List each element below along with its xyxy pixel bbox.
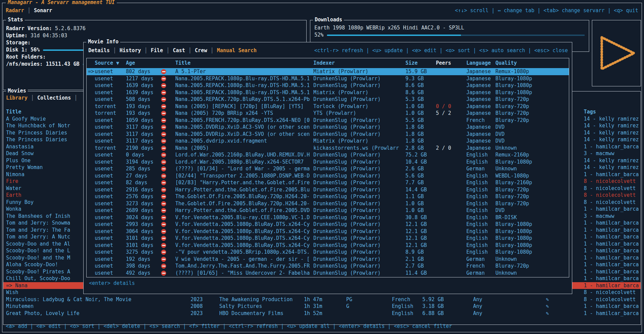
- tab-sonarr[interactable]: Sonarr: [34, 7, 52, 14]
- search-result-row[interactable]: torrent 193 days Nana (2005) 720p BRRip …: [87, 110, 569, 117]
- result-source: usenet: [95, 89, 126, 96]
- result-age: 0 days: [126, 151, 156, 159]
- movie-tags: 14 - kelly ramirez: [584, 129, 641, 137]
- column-header-language[interactable]: Language: [466, 58, 495, 68]
- column-header-title[interactable]: Title: [175, 58, 313, 68]
- column-header-source[interactable]: Source ▼: [95, 58, 126, 68]
- movie-row[interactable]: Minutemen 2008 Salty Pictures 1h 31m G E…: [3, 303, 641, 310]
- search-result-row[interactable]: usenet 492 days (????) [01/65] - "Miss U…: [87, 270, 569, 277]
- movie-studio: Salty Pictures: [219, 303, 304, 310]
- movie-quality-profile: Any: [473, 296, 546, 303]
- rejected-icon: [161, 180, 166, 185]
- search-result-row[interactable]: torrent 2190 days Nana (2005) kickasstor…: [87, 145, 569, 152]
- tab-crew[interactable]: Crew: [195, 47, 207, 54]
- tab-collections[interactable]: Collections: [37, 95, 71, 101]
- tag-icon: ✎: [546, 296, 584, 303]
- selection-marker: =>: [6, 283, 15, 289]
- search-result-row[interactable]: usenet 2916 days Harry.Potter.and.the.Go…: [87, 186, 569, 193]
- column-header-age[interactable]: Age: [126, 58, 156, 68]
- search-result-row[interactable]: usenet 3064 days V.for.Vendetta.2005.108…: [87, 228, 569, 235]
- search-result-row[interactable]: usenet 1059 days Nana.2005.FRENCH.720p.B…: [87, 117, 569, 124]
- search-result-row[interactable]: usenet 3273 days The.Goblet.Of.Fire.2005…: [87, 200, 569, 207]
- result-indexer: DrunkenSlug (Prowlarr): [313, 165, 405, 172]
- search-result-row[interactable]: usenet 82 days [02/83] "Harry.Potter.and…: [87, 179, 569, 186]
- search-result-row[interactable]: => usenet 802 days A 5.1-PTer Miatrix (P…: [87, 68, 569, 75]
- movie-row[interactable]: Miraculous: Ladybug & Cat Noir, The Movi…: [3, 296, 641, 303]
- search-result-row[interactable]: usenet 2993 days V.for.Vendetta.2005.108…: [87, 221, 569, 228]
- result-title: V.for.Vendetta.2005.1080p.BluRay.DTS.x26…: [175, 221, 313, 228]
- search-result-row[interactable]: usenet 398 days Tom.And.Jerry.The.Fast.A…: [87, 263, 569, 270]
- movie-tags: 3 - macmww: [584, 213, 641, 220]
- result-source: usenet: [95, 82, 126, 89]
- search-result-row[interactable]: usenet 192 days V wie Vendetta - 2005 - …: [87, 256, 569, 263]
- result-size: 8.6 GB: [405, 82, 436, 89]
- download-item[interactable]: Earth 1998 1080p WEBRip x265 Hindi AAC2.…: [314, 24, 585, 32]
- result-title: Nana (2005) [REPACK] [720p] [BluRay] [YT…: [175, 103, 313, 110]
- result-source: usenet: [95, 242, 126, 249]
- search-result-row[interactable]: usenet 3117 days Nana.2005.DVDRip.XviD.A…: [87, 131, 569, 138]
- search-result-row[interactable]: usenet 3275 days -"V pour vendetta.2005.…: [87, 249, 569, 256]
- result-quality: Bluray-1080p: [495, 75, 569, 82]
- search-result-row[interactable]: usenet 3117 days nana.2005.dvdrip.xvid.f…: [87, 138, 569, 145]
- result-indexer: DrunkenSlug (Prowlarr): [313, 200, 405, 207]
- column-header-size[interactable]: Size: [405, 58, 436, 68]
- result-size: 1.1 GB: [405, 193, 436, 200]
- result-size: 2.8 GB: [405, 145, 436, 152]
- result-title: Nana.2005.REPACK.720p.BluRay.DTS.5.1.x26…: [175, 96, 313, 103]
- column-header-quality[interactable]: Quality: [495, 58, 569, 68]
- result-age: 3117 days: [126, 131, 156, 138]
- movie-title: Dead Snow: [6, 150, 34, 156]
- tab-manual-search[interactable]: Manual Search: [217, 47, 257, 54]
- search-result-row[interactable]: usenet 285 days (????) [01/34] - "Lord o…: [87, 165, 569, 172]
- search-result-row[interactable]: usenet 2689 days Harry.Potter.and.the.Go…: [87, 207, 569, 214]
- search-result-row[interactable]: usenet 1217 days Nana.2005.REPACK.1080p.…: [87, 75, 569, 82]
- result-size: 12.1 GB: [405, 242, 436, 249]
- search-result-row[interactable]: usenet 1639 days Nana.2005.REPACK.1080p.…: [87, 82, 569, 89]
- movie-certification: G: [346, 303, 392, 310]
- movie-tags: 1 - hamilcar_barca: [584, 233, 641, 241]
- tab-history[interactable]: History: [119, 47, 141, 54]
- movie-title: Plus One: [6, 158, 30, 164]
- search-result-row[interactable]: usenet 3101 days V.for.Vendetta.2005.108…: [87, 242, 569, 249]
- column-header-indexer[interactable]: Indexer: [313, 58, 405, 68]
- search-result-row[interactable]: usenet 27 days [02/44] "Transporter 2.20…: [87, 172, 569, 180]
- result-indexer: DrunkenSlug (Prowlarr): [313, 186, 405, 193]
- tab-cast[interactable]: Cast: [173, 47, 185, 54]
- result-title: [02/83] "Harry.Potter.and.the.Goblet.of.…: [175, 179, 313, 186]
- tab-library[interactable]: Library: [6, 95, 27, 101]
- result-quality: Bluray-1080p: [495, 221, 569, 228]
- result-title: (????) [01/34] - "Lord of War - 2005 - g…: [175, 165, 313, 172]
- movie-tags: 1 - hamilcar_barca: [584, 254, 641, 262]
- tab-details[interactable]: Details: [88, 47, 110, 54]
- search-result-row[interactable]: usenet 3024 days V.for.Vendetta.2005.Blu…: [87, 214, 569, 221]
- search-result-row[interactable]: usenet 508 days Nana.2005.REPACK.720p.Bl…: [87, 96, 569, 103]
- result-language: German: [466, 256, 495, 263]
- search-result-row[interactable]: usenet 3117 days Nana.2005.DVDRip.XviD.A…: [87, 124, 569, 131]
- search-result-row[interactable]: usenet 3101 days V.for.Vendetta.2005.108…: [87, 235, 569, 242]
- search-result-row[interactable]: usenet 2576 days The.Goblet.Of.Fire.2005…: [87, 193, 569, 200]
- column-header-tags[interactable]: Tags: [584, 108, 641, 116]
- search-result-row[interactable]: usenet 3194 days Lord.of.War.2005.1080p.…: [87, 159, 569, 166]
- result-size: 2.1 GB: [405, 256, 436, 263]
- search-result-row[interactable]: torrent 193 days Nana (2005) [REPACK] [7…: [87, 103, 569, 110]
- result-quality: Bluray-1080p: [495, 235, 569, 242]
- rejected-icon: [161, 118, 166, 123]
- result-title: Nana.2005.FRENCH.720p.BluRay.DTS.x264-NE…: [175, 117, 313, 124]
- search-result-row[interactable]: usenet 1639 days Nana.2005.REPACK.1080p.…: [87, 89, 569, 96]
- column-header-peers[interactable]: Peers: [436, 58, 466, 68]
- result-indexer: DrunkenSlug (Prowlarr): [313, 82, 405, 89]
- result-size: 14.4 GB: [405, 186, 436, 193]
- rejected-icon: [161, 257, 166, 262]
- movie-row[interactable]: Great Photo, Lovely Life 2023 HBO Docume…: [3, 310, 641, 317]
- movie-title: Wonka: [6, 206, 21, 212]
- result-quality: Unknown: [495, 145, 569, 152]
- result-age: 285 days: [126, 165, 156, 172]
- result-indexer: DrunkenSlug (Prowlarr): [313, 159, 405, 166]
- managarr-screen: Managarr - A Servarr management TUI Rada…: [0, 0, 644, 334]
- movie-title: Nana: [15, 283, 27, 289]
- result-age: 1059 days: [126, 117, 156, 124]
- result-age: 3275 days: [126, 249, 156, 256]
- search-result-row[interactable]: usenet 0 days Lord.of.War.2005.2160p.Blu…: [87, 151, 569, 159]
- tab-radarr[interactable]: Radarr: [6, 7, 24, 14]
- tab-file[interactable]: File: [151, 47, 163, 54]
